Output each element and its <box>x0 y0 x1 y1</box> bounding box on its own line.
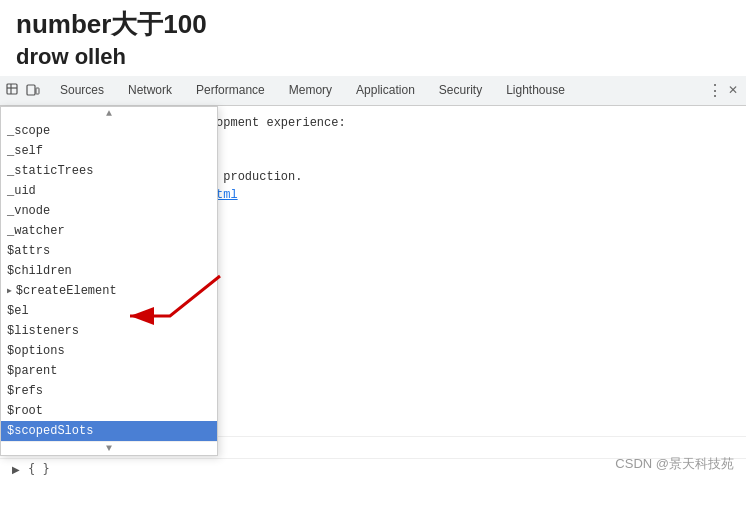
autocomplete-item-refs[interactable]: $refs <box>1 381 217 401</box>
close-devtools-icon[interactable]: ✕ <box>724 81 742 99</box>
braces-label: { } <box>28 462 50 476</box>
autocomplete-item-attrs[interactable]: $attrs <box>1 241 217 261</box>
tab-lighthouse[interactable]: Lighthouse <box>494 75 577 105</box>
autocomplete-item-watcher[interactable]: _watcher <box>1 221 217 241</box>
title-line1: number大于100 <box>16 8 730 42</box>
autocomplete-item-options[interactable]: $options <box>1 341 217 361</box>
autocomplete-item-children[interactable]: $children <box>1 261 217 281</box>
autocomplete-item-vnode[interactable]: _vnode <box>1 201 217 221</box>
autocomplete-item-statictrees[interactable]: _staticTrees <box>1 161 217 181</box>
svg-rect-3 <box>27 85 35 95</box>
autocomplete-scroll-down[interactable]: ▼ <box>1 441 217 455</box>
autocomplete-panel: ▲ _scope _self _staticTrees _uid _vnode … <box>0 106 218 456</box>
header-area: number大于100 drow olleh <box>0 0 746 76</box>
watermark: CSDN @景天科技苑 <box>615 455 734 473</box>
autocomplete-item-parent[interactable]: $parent <box>1 361 217 381</box>
autocomplete-item-scopedslots[interactable]: $scopedSlots <box>1 421 217 441</box>
title-line2: drow olleh <box>16 44 730 70</box>
autocomplete-item-root[interactable]: $root <box>1 401 217 421</box>
autocomplete-item-el[interactable]: $el <box>1 301 217 321</box>
tab-sources[interactable]: Sources <box>48 75 116 105</box>
autocomplete-item-self[interactable]: _self <box>1 141 217 161</box>
autocomplete-scroll-up[interactable]: ▲ <box>1 107 217 121</box>
autocomplete-item-scope[interactable]: _scope <box>1 121 217 141</box>
more-tabs-icon[interactable]: ⋮ <box>706 81 724 99</box>
svg-rect-0 <box>7 84 17 94</box>
autocomplete-item-createelement[interactable]: $createElement <box>1 281 217 301</box>
tab-security[interactable]: Security <box>427 75 494 105</box>
tab-performance[interactable]: Performance <box>184 75 277 105</box>
tab-application[interactable]: Application <box>344 75 427 105</box>
devtools-main: ▲ _scope _self _staticTrees _uid _vnode … <box>0 106 746 436</box>
tab-network[interactable]: Network <box>116 75 184 105</box>
inspect-icon[interactable] <box>4 81 22 99</box>
svg-rect-4 <box>36 88 39 94</box>
expand-braces-icon[interactable]: ▶ <box>12 464 20 475</box>
devtools-tabbar: Sources Network Performance Memory Appli… <box>0 76 746 106</box>
autocomplete-item-uid[interactable]: _uid <box>1 181 217 201</box>
device-icon[interactable] <box>24 81 42 99</box>
tab-memory[interactable]: Memory <box>277 75 344 105</box>
autocomplete-item-listeners[interactable]: $listeners <box>1 321 217 341</box>
